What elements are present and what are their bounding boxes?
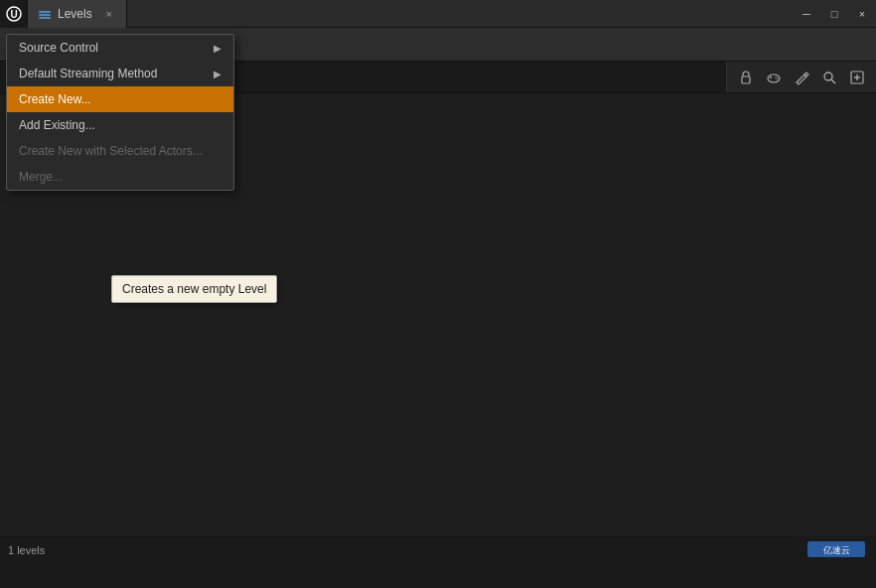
restore-button[interactable]: □: [820, 0, 848, 28]
svg-rect-9: [742, 76, 750, 83]
svg-text:U: U: [10, 9, 17, 20]
submenu-arrow-icon: ▶: [214, 43, 221, 54]
svg-point-13: [775, 76, 776, 77]
controller-icon: [761, 65, 787, 90]
title-bar: U Levels × ─ □ ×: [0, 0, 876, 28]
search-right-icons: [727, 65, 876, 90]
menu-item-merge: Merge...: [7, 164, 233, 190]
levels-tab[interactable]: Levels ×: [28, 0, 127, 28]
title-bar-left: U Levels ×: [0, 0, 127, 28]
add-icon[interactable]: [844, 65, 870, 90]
status-text: 1 levels: [8, 544, 45, 556]
svg-text:亿速云: 亿速云: [822, 545, 850, 555]
dropdown-menu: Source Control ▶ Default Streaming Metho…: [6, 34, 234, 191]
minimize-button[interactable]: ─: [793, 0, 820, 28]
submenu-arrow-icon: ▶: [214, 69, 221, 79]
svg-rect-4: [39, 17, 51, 19]
pencil-icon[interactable]: [789, 65, 814, 90]
svg-point-15: [824, 73, 832, 80]
svg-point-10: [768, 74, 780, 82]
menu-item-default-streaming[interactable]: Default Streaming Method ▶: [7, 61, 233, 86]
svg-line-16: [831, 79, 835, 83]
menu-item-source-control[interactable]: Source Control ▶: [7, 35, 233, 61]
lock-icon: [733, 65, 759, 90]
menu-item-create-new-selected: Create New with Selected Actors...: [7, 138, 233, 164]
menu-item-create-new[interactable]: Create New...: [7, 86, 233, 112]
svg-point-14: [777, 77, 778, 78]
status-bar: 1 levels 亿速云: [0, 536, 876, 562]
search-icon[interactable]: [816, 65, 842, 90]
svg-rect-2: [39, 11, 51, 13]
tab-close-button[interactable]: ×: [102, 7, 116, 21]
close-button[interactable]: ×: [848, 0, 876, 28]
tooltip: Creates a new empty Level: [111, 275, 277, 303]
tab-label: Levels: [58, 7, 92, 21]
svg-rect-3: [39, 14, 51, 16]
title-bar-controls: ─ □ ×: [793, 0, 876, 28]
ue-logo: U: [0, 0, 28, 28]
menu-item-add-existing[interactable]: Add Existing...: [7, 112, 233, 138]
